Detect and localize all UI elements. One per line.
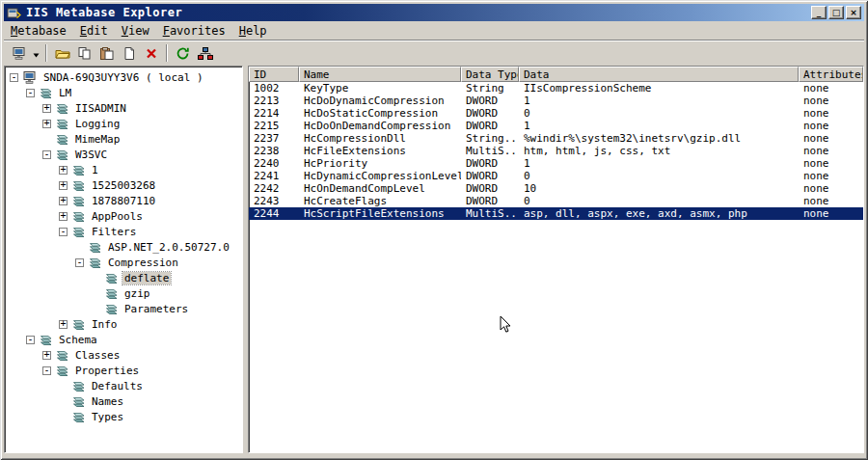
tree-item-label[interactable]: Types: [90, 411, 125, 423]
expand-icon[interactable]: +: [42, 351, 51, 360]
expand-icon[interactable]: +: [59, 320, 68, 329]
new-record-button[interactable]: [118, 42, 140, 64]
tree-item-label[interactable]: Classes: [73, 349, 122, 362]
tree-item-label[interactable]: deflate: [122, 272, 171, 284]
tree-item[interactable]: -W3SVC: [5, 147, 242, 162]
table-row[interactable]: 2243HcCreateFlagsDWORD0none: [249, 195, 863, 207]
tree-item-label[interactable]: Logging: [73, 118, 122, 130]
tree-item[interactable]: +1878807110: [5, 193, 242, 208]
table-cell: DWORD: [461, 157, 519, 170]
tree-item-label[interactable]: Info: [90, 318, 120, 331]
tree-item[interactable]: deflate: [5, 270, 242, 285]
menu-edit[interactable]: Edit: [73, 23, 115, 39]
maximize-button[interactable]: □: [828, 6, 844, 19]
collapse-icon[interactable]: -: [26, 89, 35, 97]
tree-item-label[interactable]: LM: [57, 87, 73, 99]
table-row[interactable]: 2213HcDoDynamicCompressionDWORD1none: [249, 95, 863, 107]
tree-item[interactable]: Parameters: [5, 301, 242, 316]
column-header-id[interactable]: ID: [249, 67, 299, 82]
tree-item-label[interactable]: Compression: [106, 257, 180, 269]
tree-item-label[interactable]: ASP.NET_2.0.50727.0: [106, 241, 231, 254]
tree-item-label[interactable]: MimeMap: [73, 133, 122, 146]
collapse-icon[interactable]: -: [75, 258, 84, 267]
table-row[interactable]: 2242HcOnDemandCompLevelDWORD10none: [249, 182, 863, 195]
tree-item-label[interactable]: W3SVC: [73, 149, 109, 161]
connect-dropdown-button[interactable]: [30, 42, 41, 64]
collapse-icon[interactable]: -: [42, 366, 51, 375]
paste-button[interactable]: [95, 42, 118, 64]
tree-item[interactable]: +1: [5, 162, 242, 177]
column-header-data[interactable]: Data: [519, 67, 799, 82]
menu-view[interactable]: View: [115, 23, 156, 39]
tree-item-label[interactable]: 1: [90, 164, 100, 176]
table-cell: 2243: [249, 195, 299, 207]
refresh-button[interactable]: [172, 42, 194, 64]
expand-icon[interactable]: +: [59, 197, 68, 205]
tree-item[interactable]: +AppPools: [5, 208, 242, 224]
table-row[interactable]: 2244HcScriptFileExtensionsMultiS...asp, …: [249, 207, 863, 220]
tree-item[interactable]: +Info: [5, 316, 242, 332]
menu-metabase[interactable]: Metabase: [4, 23, 73, 39]
tree-item[interactable]: -Compression: [5, 255, 242, 270]
expand-icon[interactable]: +: [59, 181, 68, 190]
column-header-name[interactable]: Name: [299, 67, 461, 82]
open-key-button[interactable]: [51, 42, 73, 64]
collapse-icon[interactable]: -: [42, 150, 51, 159]
table-row[interactable]: 2241HcDynamicCompressionLevelDWORD0none: [249, 170, 863, 182]
tree-item[interactable]: +IISADMIN: [5, 100, 242, 116]
tree-item[interactable]: +Logging: [5, 116, 242, 131]
table-row[interactable]: 2238HcFileExtensionsMultiS...htm, html, …: [249, 145, 863, 157]
tree-item[interactable]: MimeMap: [5, 131, 242, 147]
tree-item-label[interactable]: 1878807110: [90, 195, 157, 207]
delete-button[interactable]: [140, 42, 162, 64]
tree-item-label[interactable]: AppPools: [90, 210, 145, 223]
tree-item[interactable]: Defaults: [5, 378, 242, 393]
expand-icon[interactable]: +: [59, 166, 68, 175]
column-header-data-type[interactable]: Data Type: [461, 67, 519, 82]
expand-icon[interactable]: +: [59, 212, 68, 221]
close-button[interactable]: ×: [846, 6, 861, 19]
expand-icon[interactable]: +: [42, 120, 51, 128]
tree-item-label[interactable]: Defaults: [90, 380, 145, 392]
tree-item-label[interactable]: Properties: [73, 365, 141, 377]
tree-item[interactable]: -Filters: [5, 224, 242, 239]
tree-item[interactable]: +1525003268: [5, 177, 242, 193]
table-row[interactable]: 2240HcPriorityDWORD1none: [249, 157, 863, 170]
tree-item-label[interactable]: gzip: [122, 287, 152, 300]
tree-item[interactable]: -Schema: [5, 332, 242, 347]
metabase-key-icon: [55, 133, 69, 146]
tree-item-label[interactable]: 1525003268: [90, 179, 157, 192]
table-row[interactable]: 2214HcDoStaticCompressionDWORD0none: [249, 107, 863, 120]
tree-item[interactable]: +Classes: [5, 347, 242, 363]
tree-item-label[interactable]: Schema: [57, 334, 99, 346]
collapse-icon[interactable]: -: [59, 228, 68, 236]
connect-button[interactable]: [8, 42, 30, 64]
tree-item[interactable]: -SNDA-69Q3UYY3V6 ( local ): [5, 69, 242, 85]
tree-item-label[interactable]: Parameters: [122, 303, 190, 315]
table-row[interactable]: 2237HcCompressionDllString...%windir%\sy…: [249, 132, 863, 145]
browse-network-button[interactable]: [194, 42, 216, 64]
table-cell: HcDoStaticCompression: [299, 107, 461, 120]
tree-item[interactable]: ASP.NET_2.0.50727.0: [5, 239, 242, 255]
tree-item[interactable]: Types: [5, 409, 242, 424]
tree-item-label[interactable]: SNDA-69Q3UYY3V6 ( local ): [41, 71, 205, 84]
minimize-button[interactable]: _: [811, 6, 827, 19]
collapse-icon[interactable]: -: [26, 336, 35, 344]
tree-item[interactable]: -Properties: [5, 363, 242, 378]
table-row[interactable]: 1002KeyTypeStringIIsCompressionSchemenon…: [249, 82, 863, 95]
table-row[interactable]: 2215HcDoOnDemandCompressionDWORD1none: [249, 120, 863, 132]
menu-favorites[interactable]: Favorites: [156, 23, 232, 39]
tree-item-label[interactable]: Filters: [90, 226, 138, 238]
expand-icon[interactable]: +: [42, 104, 51, 113]
tree-item[interactable]: Names: [5, 393, 242, 409]
table-cell: 1: [519, 157, 799, 170]
tree-item[interactable]: gzip: [5, 285, 242, 301]
copy-button[interactable]: [73, 42, 95, 64]
tree-item-label[interactable]: Names: [90, 395, 125, 408]
tree-item-label[interactable]: IISADMIN: [73, 102, 128, 115]
collapse-icon[interactable]: -: [10, 73, 18, 82]
menu-help[interactable]: Help: [232, 23, 274, 39]
titlebar[interactable]: IIS Metabase Explorer _ □ ×: [4, 4, 864, 21]
tree-item[interactable]: -LM: [5, 85, 242, 100]
column-header-attributes[interactable]: Attributes: [799, 67, 863, 82]
